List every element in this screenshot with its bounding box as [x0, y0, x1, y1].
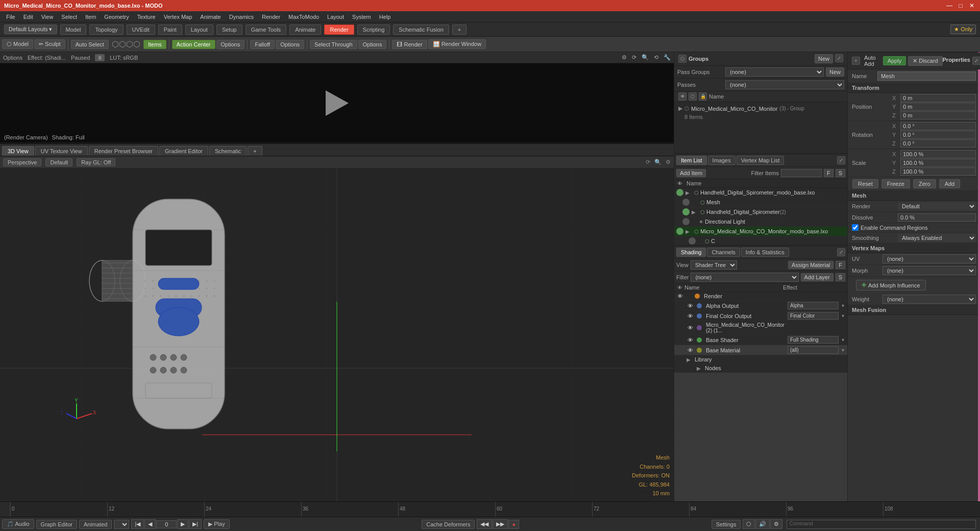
- shading-filter-dropdown[interactable]: (none): [691, 273, 798, 282]
- prop-auto-add-icon[interactable]: +: [852, 57, 860, 65]
- tab-paint[interactable]: Paint: [158, 25, 182, 35]
- preview-play-button[interactable]: [326, 90, 349, 116]
- prop-expand-icon[interactable]: ⤢: [972, 57, 980, 65]
- scale-y-input[interactable]: [900, 159, 976, 167]
- mesh-fusion-header[interactable]: Mesh Fusion: [848, 305, 980, 315]
- shading-effect-dropdown-shader[interactable]: ▾: [842, 337, 844, 343]
- tab-animate[interactable]: Animate: [289, 25, 321, 35]
- shading-view-dropdown[interactable]: Shader Tree: [691, 260, 737, 270]
- prop-name-input[interactable]: [877, 71, 976, 81]
- tab-channels[interactable]: Channels: [707, 248, 740, 257]
- bottom-icon-3[interactable]: ⚙: [770, 519, 782, 529]
- vertex-maps-header[interactable]: Vertex Maps: [848, 244, 980, 253]
- tab-topology[interactable]: Topology: [89, 25, 123, 35]
- menu-edit[interactable]: Edit: [19, 13, 37, 21]
- frame-input[interactable]: [156, 520, 177, 528]
- rotation-z-input[interactable]: [900, 139, 976, 148]
- tab-layout[interactable]: Layout: [185, 25, 213, 35]
- tab-model[interactable]: Model: [60, 25, 87, 35]
- reset-btn[interactable]: Reset: [852, 179, 878, 188]
- preview-options-label[interactable]: Options: [3, 55, 22, 61]
- add-item-btn[interactable]: Add Item: [676, 169, 706, 177]
- options-btn-2[interactable]: Options: [276, 40, 304, 49]
- position-y-input[interactable]: [900, 103, 976, 111]
- group-col-icon-1[interactable]: 👁: [678, 92, 687, 101]
- transform-section-header[interactable]: Transform: [848, 83, 980, 93]
- pass-groups-new-btn[interactable]: New: [826, 67, 844, 77]
- command-input[interactable]: Command: [787, 520, 976, 529]
- default-style-btn[interactable]: Default: [45, 158, 72, 166]
- item-row-spirometer-group[interactable]: ▶ ⬡ Handheld_Digital_Spirometer (2): [674, 207, 847, 217]
- shading-expand-icon[interactable]: ⤢: [837, 248, 845, 256]
- item-list-expand-icon[interactable]: ⤢: [837, 156, 845, 164]
- vp-icon-settings[interactable]: ⚙: [666, 159, 671, 165]
- tab-setup[interactable]: Setup: [216, 25, 242, 35]
- preview-icon-5[interactable]: 🔧: [664, 54, 671, 61]
- animated-btn[interactable]: Animated: [79, 520, 112, 529]
- options-btn-3[interactable]: Options: [358, 40, 387, 49]
- pb-rec-btn[interactable]: ●: [508, 520, 519, 529]
- filter-s-btn[interactable]: S: [836, 169, 845, 177]
- vp-icon-zoom[interactable]: 🔍: [654, 159, 662, 165]
- maximize-btn[interactable]: □: [957, 2, 965, 9]
- render-window-button[interactable]: 🪟 Render Window: [428, 39, 486, 49]
- select-through-button[interactable]: Select Through: [310, 40, 357, 49]
- menu-vertex-map[interactable]: Vertex Map: [160, 13, 197, 21]
- smoothing-dropdown[interactable]: Always Enabled: [898, 234, 976, 242]
- item-row-dir-light-1[interactable]: ☀ Directional Light: [674, 217, 847, 227]
- freeze-btn[interactable]: Freeze: [881, 179, 910, 188]
- menu-render[interactable]: Render: [258, 13, 284, 21]
- tab-add-view[interactable]: +: [248, 146, 262, 156]
- shading-row-library[interactable]: ▶ Library: [674, 355, 847, 364]
- position-x-input[interactable]: [900, 94, 976, 102]
- pass-groups-dropdown[interactable]: (none): [725, 67, 824, 77]
- tab-item-list[interactable]: Item List: [676, 156, 707, 165]
- preview-icon-1[interactable]: ⚙: [622, 54, 627, 61]
- menu-geometry[interactable]: Geometry: [100, 13, 133, 21]
- render-button[interactable]: 🎞 Render: [392, 40, 427, 49]
- mesh-section-header[interactable]: Mesh: [848, 191, 980, 201]
- group-tree-item[interactable]: ▶ ⬡ Micro_Medical_Micro_CO_Monitor (3) -…: [676, 104, 845, 113]
- menu-dynamics[interactable]: Dynamics: [225, 13, 258, 21]
- options-btn-1[interactable]: Options: [216, 40, 245, 49]
- tab-uv-texture-view[interactable]: UV Texture View: [35, 146, 88, 156]
- play-btn[interactable]: ▶ Play: [204, 519, 229, 529]
- filter-f-btn[interactable]: F: [824, 169, 834, 177]
- passes-dropdown[interactable]: (none): [725, 80, 844, 89]
- groups-expand-icon[interactable]: ⤢: [835, 54, 843, 62]
- render-dropdown[interactable]: Default: [898, 202, 976, 210]
- morph-dropdown[interactable]: (none): [883, 266, 976, 275]
- tab-uvedit[interactable]: UVEdit: [127, 25, 155, 35]
- scale-x-input[interactable]: [900, 150, 976, 158]
- menu-maxtomod[interactable]: MaxToModo: [284, 13, 323, 21]
- shading-row-base-material[interactable]: 👁 Base Material (all) ▾: [674, 345, 847, 355]
- shading-row-micro[interactable]: 👁 Micro_Medical_Micro_CO_Monitor (2) (1.…: [674, 321, 847, 335]
- action-center-button[interactable]: Action Center: [172, 40, 215, 49]
- preview-pause-toggle[interactable]: ⏸: [95, 54, 105, 61]
- weight-dropdown[interactable]: (none): [883, 295, 976, 304]
- menu-select[interactable]: Select: [57, 13, 81, 21]
- sculpt-button[interactable]: ✏ Sculpt: [34, 39, 65, 49]
- shading-row-final-color[interactable]: 👁 Final Color Output Final Color ▾: [674, 311, 847, 321]
- preview-icon-4[interactable]: ⟲: [654, 54, 658, 61]
- menu-file[interactable]: File: [2, 13, 19, 21]
- rotation-y-input[interactable]: [900, 131, 976, 139]
- only-button[interactable]: ★ Only: [950, 25, 976, 34]
- tab-game-tools[interactable]: Game Tools: [246, 25, 287, 35]
- dissolve-input[interactable]: [898, 213, 976, 222]
- shading-row-nodes[interactable]: ▶ Nodes: [674, 364, 847, 373]
- shading-effect-dropdown-mat[interactable]: ▾: [842, 347, 844, 353]
- position-z-input[interactable]: [900, 111, 976, 119]
- menu-help[interactable]: Help: [375, 13, 395, 21]
- item-row-spirometer-lxo[interactable]: ▶ ⬡ Handheld_Digital_Spirometer_modo_bas…: [674, 188, 847, 198]
- preview-icon-2[interactable]: ⟳: [632, 54, 636, 61]
- group-col-icon-2[interactable]: ⬡: [689, 92, 697, 101]
- scale-z-input[interactable]: [900, 167, 976, 176]
- tab-vertex-map-list[interactable]: Vertex Map List: [737, 156, 785, 165]
- pb-btn-1[interactable]: ◀◀: [477, 519, 492, 529]
- transport-play-btn[interactable]: ▶: [177, 519, 188, 529]
- tab-schematic[interactable]: Schematic: [209, 146, 247, 156]
- timeline-ruler[interactable]: 0 12 24 36 48 60 72 84 96 108 120: [10, 502, 980, 517]
- minimize-btn[interactable]: —: [945, 2, 953, 9]
- falloff-button[interactable]: Falloff: [250, 40, 275, 49]
